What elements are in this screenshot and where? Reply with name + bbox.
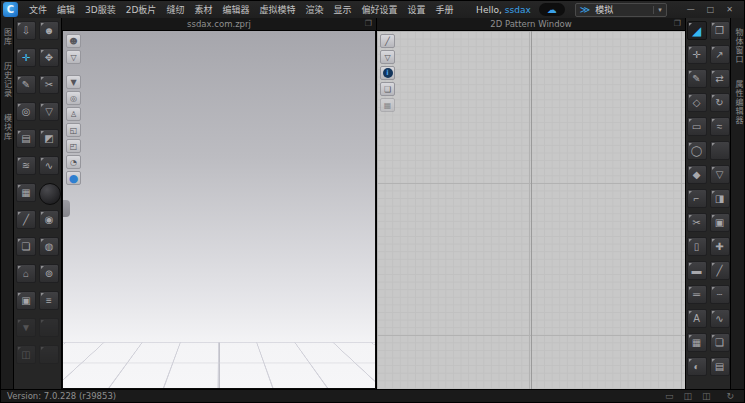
minimize-button[interactable]: — [681,5,701,14]
info-2d-icon[interactable]: i [380,66,395,80]
fabric-tool[interactable]: ▦ [16,183,36,202]
show-head-icon[interactable]: ◔ [66,155,81,169]
wrinkle-tool[interactable]: ∿ [39,156,59,175]
text-tool[interactable]: A [687,309,707,328]
polygon-tool[interactable]: ◇ [687,93,707,112]
show-cloth-outline-icon[interactable]: ▽ [66,50,81,64]
tab-history[interactable]: 历史记录 [2,62,13,98]
circle-tool[interactable]: ◯ [687,141,707,160]
sewing-machine-tool[interactable]: ▤ [16,129,36,148]
show-mannequin-icon[interactable]: ♙ [66,107,81,121]
float-window-icon[interactable]: ❐ [674,19,681,28]
layout-quad-icon[interactable]: ◫ [702,391,711,401]
arrange-clothes-tool[interactable]: ▽ [710,165,730,184]
float-window-icon[interactable]: ❐ [365,19,372,28]
needle-tool[interactable]: ╱ [16,210,36,229]
menu-item[interactable]: 缝纫 [161,3,189,16]
disabled-tool-2[interactable] [39,345,59,364]
tab-object-window[interactable]: 物体窗口 [733,28,744,64]
show-globe-icon[interactable]: ● [66,171,81,185]
colorway-tool[interactable]: ▤ [710,357,730,376]
buttonhole-tool[interactable]: ⊚ [39,264,59,283]
panel-collapse-handle[interactable] [63,200,70,217]
app-logo-icon[interactable]: C [3,2,18,17]
unfold-tool[interactable]: ❐ [710,21,730,40]
seam-tool[interactable]: ▯ [687,237,707,256]
menu-item[interactable]: 文件 [24,3,52,16]
show-plane-icon[interactable]: ◱ [66,123,81,137]
scissors-3d-tool[interactable]: ✂ [39,75,59,94]
free-sew-tool[interactable]: ╱ [710,261,730,280]
steam-tool[interactable]: ≋ [16,156,36,175]
texture-tool[interactable]: ❏ [16,237,36,256]
transform-pattern-tool[interactable]: ◢ [687,21,707,40]
tape-tool[interactable]: ▬ [687,261,707,280]
pen-2d-icon[interactable]: ╱ [380,34,395,48]
dashed-sew-tool[interactable]: ┄ [710,285,730,304]
show-avatar-icon[interactable]: ☻ [66,34,81,48]
menu-item[interactable]: 设置 [402,3,430,16]
grid-2d-icon[interactable]: ▦ [380,98,395,112]
tab-library[interactable]: 图库 [2,28,13,46]
menu-item[interactable]: 虚拟模特 [254,3,300,16]
menu-item[interactable]: 显示 [328,3,356,16]
jacket-tool[interactable]: ▣ [16,291,36,310]
cut-sew-tool[interactable]: ✂ [687,213,707,232]
download-tool[interactable]: ⇩ [16,21,36,40]
sync-status-icon[interactable]: ↻ [726,391,734,401]
pants-tool[interactable]: ◫ [16,345,36,364]
walk-avatar-tool[interactable]: ☻ [39,21,59,40]
edit-curve-tool[interactable]: ✎ [687,69,707,88]
pin-tool[interactable]: ◎ [16,102,36,121]
show-wind-icon[interactable]: ◰ [66,139,81,153]
pen-3d-tool[interactable]: ✎ [16,75,36,94]
menu-item[interactable]: 偏好设置 [356,3,402,16]
menu-item[interactable]: 素材 [189,3,217,16]
menu-item[interactable]: 编辑器 [217,3,254,16]
flip-pattern-tool[interactable]: ⇄ [710,69,730,88]
layout-split-icon[interactable]: ◫ [683,391,692,401]
button-tool[interactable]: ◍ [39,237,59,256]
paper-2d-icon[interactable]: ❏ [380,82,395,96]
notch-tool[interactable]: ⌐ [687,189,707,208]
close-button[interactable]: ✕ [720,5,739,14]
panel-2d-titlebar[interactable]: 2D Pattern Window ❐ [377,18,685,31]
move-tool[interactable]: ✛ [16,48,36,67]
iron-2d-tool[interactable]: ≈ [710,117,730,136]
panel-3d-titlebar[interactable]: ssdax.com.zprj ❐ [62,18,376,31]
edit-point-tool[interactable]: ✛ [687,45,707,64]
viewport-3d[interactable]: ☻ ▽ ▼ ◎ ♙ ◱ ◰ ◔ [62,31,376,389]
fold-arrangement-tool[interactable]: ◩ [39,129,59,148]
zipper-tool[interactable]: ≡ [39,291,59,310]
dart-tool[interactable]: ◆ [687,165,707,184]
stitch-view-tool[interactable]: ▣ [710,213,730,232]
bag-tool[interactable]: ⌂ [16,264,36,283]
sew-line-tool[interactable]: ✚ [710,237,730,256]
layout-single-icon[interactable]: ▭ [665,391,674,401]
iron-tool[interactable]: ▽ [39,102,59,121]
transform-avatar-tool[interactable]: ✥ [39,48,59,67]
move-pattern-tool[interactable]: ↗ [710,45,730,64]
cloud-sync-button[interactable]: ☁ [539,3,565,16]
tab-property-editor[interactable]: 属性编辑器 [733,80,744,125]
sync-3d-tool[interactable]: ◨ [710,189,730,208]
tab-modules[interactable]: 模块库 [2,114,13,141]
dot-pin-tool[interactable]: ◉ [39,210,59,229]
measure-tool[interactable]: ═ [687,285,707,304]
disabled-tool-1[interactable] [39,318,59,337]
grid-tool[interactable]: ▦ [687,333,707,352]
username-link[interactable]: ssdax [505,5,531,15]
menu-item[interactable]: 编辑 [52,3,80,16]
viewport-2d[interactable]: ╱ ▽ i ❏ ▦ [377,31,685,389]
menu-item[interactable]: 2D板片 [121,3,162,16]
maximize-button[interactable]: □ [701,5,721,14]
texture-edit-tool[interactable]: ◐ [687,357,707,376]
menu-item[interactable]: 手册 [431,3,459,16]
show-cloth-2d-icon[interactable]: ▽ [380,50,395,64]
shirring-tool[interactable]: ∿ [710,309,730,328]
rotate-pattern-tool[interactable]: ↻ [710,93,730,112]
menu-item[interactable]: 渲染 [300,3,328,16]
simulation-mode-dropdown[interactable]: ≫ 模拟 ▾ [575,3,667,17]
tshirt-tool[interactable]: ▼ [16,318,36,337]
show-cloth-icon[interactable]: ▼ [66,75,81,89]
